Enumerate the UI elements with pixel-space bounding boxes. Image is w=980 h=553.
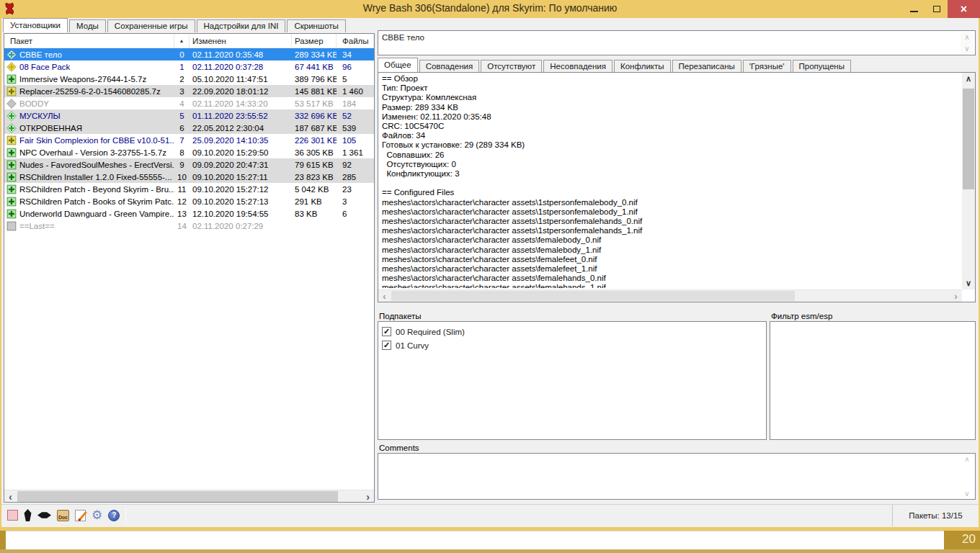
installer-row-10[interactable]: RSChildren Installer 1.2.0 Fixed-55555-.…: [4, 171, 374, 183]
subpackage-label: 00 Required (Slim): [396, 328, 465, 336]
main-tab-3[interactable]: Надстройки для INI: [197, 19, 286, 32]
doc-browser-icon[interactable]: Doc: [57, 510, 69, 521]
package-modified: 09.10.2020 15:27:11: [190, 171, 292, 183]
scroll-right-icon[interactable]: ›: [950, 290, 962, 302]
main-tab-1[interactable]: Моды: [69, 19, 106, 32]
checkbox-icon[interactable]: ✓: [382, 327, 391, 336]
archive-icon: [6, 86, 17, 96]
scroll-right-icon[interactable]: ›: [362, 490, 374, 503]
package-name: Nudes - FavoredSoulMeshes - ErectVersi..…: [19, 161, 174, 169]
scroll-left-icon[interactable]: ‹: [4, 490, 17, 503]
installer-row-9[interactable]: Nudes - FavoredSoulMeshes - ErectVersi..…: [4, 158, 374, 171]
package-name: ОТКРОВЕННАЯ: [19, 124, 82, 132]
obsidian-crystal-icon[interactable]: [24, 509, 32, 521]
sort-arrow-icon[interactable]: ▲: [174, 34, 190, 48]
installer-row-6[interactable]: ОТКРОВЕННАЯ622.05.2012 2:30:04187 687 KB…: [4, 122, 374, 134]
package-modified: 01.11.2020 23:55:52: [190, 109, 292, 122]
detail-tab-3[interactable]: Несовпадения: [543, 60, 612, 72]
scroll-down-icon[interactable]: ∨: [964, 45, 969, 53]
package-files: 3: [337, 195, 374, 207]
installer-row-3[interactable]: Replacer-25259-6-2-0-1546080285.7z322.09…: [4, 85, 374, 97]
restore-button[interactable]: [925, 0, 948, 18]
package-name: CBBE тело: [382, 33, 424, 42]
package-order: 13: [174, 207, 190, 220]
installer-row-12[interactable]: RSChildren Patch - Books of Skyrim Patc.…: [4, 195, 374, 207]
package-size: 5 042 KB: [292, 183, 337, 195]
installer-row-14[interactable]: ==Last==1402.11.2020 0:27:29: [4, 220, 374, 232]
scrollbar-thumb[interactable]: [391, 291, 795, 301]
column-header-size[interactable]: Размер: [292, 34, 337, 48]
comments-textarea[interactable]: ∧∨: [378, 453, 976, 500]
info-vertical-scrollbar[interactable]: ∧ ∨: [962, 73, 975, 289]
detail-tab-1[interactable]: Совпадения: [419, 60, 480, 72]
package-order: 1: [174, 60, 190, 73]
installer-row-2[interactable]: Immersive Weapons-27644-1-5.7z205.10.202…: [4, 73, 374, 85]
package-files: 6: [337, 207, 374, 220]
status-bar-icons: Doc⚙?: [1, 509, 120, 521]
installer-row-4[interactable]: BODDY402.11.2020 14:33:2053 517 KB184: [4, 97, 374, 109]
package-files: 285: [337, 171, 374, 183]
package-name: RSChildren Installer 1.2.0 Fixed-55555-.…: [19, 173, 172, 181]
minimize-button[interactable]: [903, 0, 925, 18]
package-name: BODDY: [19, 99, 49, 108]
package-info-text[interactable]: == Обзор Тип: Проект Структура: Комплекс…: [382, 74, 959, 288]
detail-tab-2[interactable]: Отсутствуют: [481, 60, 542, 72]
installer-row-1[interactable]: 08 Face Pack102.11.2020 0:37:2867 441 KB…: [4, 60, 374, 73]
main-tab-2[interactable]: Сохраненные игры: [107, 19, 195, 32]
detail-tab-6[interactable]: 'Грязные': [743, 60, 791, 72]
package-modified: 09.10.2020 15:27:12: [190, 183, 292, 195]
installer-row-13[interactable]: Underworld Dawnguard - Green Vampire...1…: [4, 207, 374, 220]
scroll-up-icon[interactable]: ∧: [962, 73, 975, 85]
info-horizontal-scrollbar[interactable]: ‹ ›: [378, 289, 962, 302]
package-name-scroll[interactable]: ∧∨: [961, 32, 974, 53]
package-files: [337, 220, 374, 232]
package-size: 389 796 KB: [292, 73, 337, 85]
scroll-up-icon[interactable]: ∧: [964, 33, 969, 41]
column-header-modified[interactable]: Изменен: [190, 34, 292, 48]
doc-editor-icon[interactable]: [75, 510, 86, 521]
scroll-down-icon[interactable]: ∨: [964, 490, 969, 498]
package-modified: 09.10.2020 15:27:13: [190, 195, 292, 207]
detail-tab-5[interactable]: Перезаписаны: [672, 60, 741, 72]
installer-row-5[interactable]: МУСКУЛЫ501.11.2020 23:55:52332 696 KB52: [4, 109, 374, 122]
detail-tab-4[interactable]: Конфликты: [614, 60, 670, 72]
help-icon[interactable]: ?: [108, 510, 120, 521]
installer-row-8[interactable]: NPC Overhaul - Version 3-23755-1-5.7z809…: [4, 146, 374, 158]
tes-dart-icon[interactable]: [37, 512, 51, 518]
package-modified: 02.11.2020 0:35:48: [190, 48, 292, 60]
installer-row-7[interactable]: Fair Skin Complexion for CBBE v10.0-51..…: [4, 134, 374, 146]
main-tab-0[interactable]: Установщики: [3, 18, 68, 32]
settings-gear-icon[interactable]: ⚙: [92, 510, 102, 521]
column-header-files[interactable]: Файлы: [337, 34, 374, 48]
scroll-up-icon[interactable]: ∧: [964, 455, 969, 463]
installer-row-0[interactable]: CBBE тело002.11.2020 0:35:48289 334 KB34: [4, 48, 374, 60]
subpackages-label: Подпакеты: [379, 312, 421, 320]
package-name: МУСКУЛЫ: [19, 112, 61, 120]
package-name-field[interactable]: CBBE тело ∧∨: [378, 30, 976, 55]
archive-icon: [6, 74, 17, 84]
main-tab-4[interactable]: Скриншоты: [287, 19, 345, 32]
installer-color-swatch-icon[interactable]: [7, 510, 18, 521]
subpackage-item-0[interactable]: ✓00 Required (Slim): [382, 325, 762, 338]
checkbox-icon[interactable]: ✓: [382, 341, 391, 350]
scroll-left-icon[interactable]: ‹: [378, 290, 391, 302]
package-name: Replacer-25259-6-2-0-1546080285.7z: [19, 87, 161, 96]
status-separator: [125, 508, 126, 523]
installers-horizontal-scrollbar[interactable]: ‹ ›: [4, 490, 374, 502]
detail-tab-0[interactable]: Общее: [378, 58, 418, 72]
title-bar[interactable]: Wrye Bash 306(Standalone) для Skyrim: По…: [0, 0, 980, 18]
package-size: 67 441 KB: [292, 60, 337, 73]
scrollbar-thumb[interactable]: [963, 89, 974, 189]
column-header-package[interactable]: Пакет: [4, 34, 174, 48]
package-order: 11: [174, 183, 190, 195]
comments-scroll[interactable]: ∧∨: [961, 455, 974, 498]
esm-esp-filter-list[interactable]: [770, 321, 976, 440]
close-button[interactable]: ×: [948, 0, 980, 18]
scroll-down-icon[interactable]: ∨: [962, 277, 975, 289]
package-files: 184: [337, 97, 374, 109]
desktop: 20 Wrye Bash 306(Standalone) для Skyrim:…: [0, 0, 980, 553]
detail-tab-7[interactable]: Пропущены: [793, 60, 851, 72]
installer-row-11[interactable]: RSChildren Patch - Beyond Skyrim - Bru..…: [4, 183, 374, 195]
subpackage-item-1[interactable]: ✓01 Curvy: [382, 338, 762, 352]
scrollbar-thumb[interactable]: [17, 491, 338, 502]
